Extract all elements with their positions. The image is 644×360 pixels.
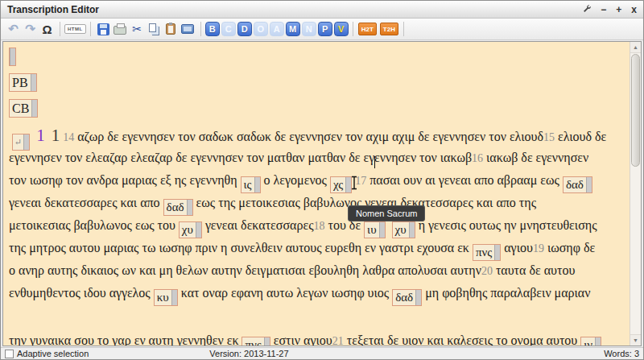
greek-text[interactable]: ο ανηρ αυτης δικαιος ων και μη θελων αυτ… bbox=[9, 263, 481, 277]
pre-line: CΒ bbox=[9, 98, 630, 118]
format-button-p[interactable]: P bbox=[318, 22, 332, 36]
greek-text[interactable]: ενθυμηθεντος ιδου αγγελος bbox=[9, 286, 151, 300]
nomen-sacrum-box[interactable]: πνς bbox=[473, 244, 501, 261]
scrollbar-thumb[interactable] bbox=[631, 54, 640, 167]
vertical-scrollbar[interactable]: ▲ ▼ bbox=[630, 42, 641, 346]
cut-button[interactable]: ✂ bbox=[129, 21, 146, 38]
ibeam-cursor-icon bbox=[349, 176, 359, 193]
verse-number: 15 bbox=[543, 131, 555, 143]
save-button[interactable] bbox=[95, 21, 112, 38]
format-button-a: A bbox=[270, 22, 284, 36]
nomen-sacrum-word: δαδ bbox=[393, 290, 415, 305]
marker-box[interactable]: CΒ bbox=[9, 99, 38, 118]
adaptive-selection-checkbox[interactable] bbox=[5, 350, 14, 358]
transcription-text-area[interactable]: ΡΒCΒ ↵1114αζωρ δε εγεννησεν τον σαδωκ σα… bbox=[3, 42, 630, 346]
greek-text[interactable]: ιακωβ δε εγεννησεν bbox=[486, 151, 588, 164]
greek-text[interactable]: τεξεται δε υιον και καλεσεις το ονομα αυ… bbox=[347, 333, 578, 346]
toolbar-separator bbox=[90, 22, 91, 36]
transcript-line: εγεννησεν τον ελεαζαρ ελεαζαρ δε εγεννησ… bbox=[9, 147, 630, 169]
format-button-d[interactable]: D bbox=[237, 22, 252, 36]
greek-text[interactable]: η γενεσις ουτως ην μνηστευθεισης bbox=[419, 218, 597, 232]
toolbar-separator bbox=[403, 22, 404, 36]
greek-text[interactable]: ιωσηφ δε bbox=[547, 241, 595, 254]
greek-text[interactable]: κατ οναρ εφανη αυτω λεγων ιωσηφ υιος bbox=[181, 286, 389, 300]
undo-icon: ↶ bbox=[8, 22, 19, 36]
greek-text[interactable]: γενεαι δεκατεσσαρες και απο bbox=[9, 196, 160, 209]
version-label: Version: 2013-11-27 bbox=[209, 349, 288, 358]
preview-button[interactable] bbox=[180, 21, 196, 38]
format-button-m[interactable]: M bbox=[286, 22, 300, 36]
nomen-sacrum-box[interactable]: ις bbox=[241, 176, 261, 193]
save-icon bbox=[97, 23, 109, 35]
omega-icon: Ω bbox=[42, 23, 52, 36]
marker-box[interactable]: ΡΒ bbox=[9, 73, 37, 92]
converter-button-h2t[interactable]: H2T bbox=[358, 23, 377, 35]
empty-marker-box[interactable] bbox=[9, 48, 16, 66]
copy-button[interactable] bbox=[146, 21, 163, 38]
transcript-line: ο ανηρ αυτης δικαιος ων και μη θελων αυτ… bbox=[9, 259, 630, 282]
nomen-sacrum-word: ιυ bbox=[365, 222, 378, 238]
pre-line bbox=[9, 47, 630, 66]
greek-text[interactable]: αγιου bbox=[504, 241, 533, 254]
greek-text[interactable]: της μητρος αυτου μαριας τω ιωσηφ πριν η … bbox=[9, 241, 469, 254]
box-handle bbox=[187, 200, 192, 215]
redo-button[interactable]: ↷ bbox=[22, 21, 39, 38]
greek-text[interactable]: μετοικεσιας βαβυλωνος εως του bbox=[9, 218, 175, 232]
greek-text[interactable]: εγεννησεν τον ελεαζαρ ελεαζαρ δε εγεννησ… bbox=[9, 151, 472, 164]
converter-button-t2h[interactable]: T2H bbox=[380, 23, 398, 35]
nomen-sacrum-box[interactable]: δαδ bbox=[563, 176, 592, 193]
greek-text[interactable]: ταυτα δε αυτου bbox=[496, 263, 575, 277]
format-button-b[interactable]: B bbox=[205, 22, 220, 36]
nomen-sacrum-box[interactable]: ιυ bbox=[364, 221, 385, 238]
transcript-line: της μητρος αυτου μαριας τω ιωσηφ πριν η … bbox=[9, 237, 630, 259]
nomen-sacrum-word: χυ bbox=[180, 222, 196, 238]
nomen-sacrum-box[interactable]: πνς bbox=[242, 337, 270, 346]
chapter-number: 1 bbox=[36, 126, 45, 145]
format-button-v[interactable]: V bbox=[334, 22, 349, 36]
greek-text[interactable]: ελιουδ δε bbox=[558, 130, 606, 143]
greek-text[interactable]: γενεαι δεκατεσσαρες bbox=[205, 218, 314, 232]
transcript-line: την γυναικα σου το γαρ εν αυτη γεννηθεν … bbox=[9, 329, 630, 346]
greek-text[interactable]: εστιν αγιου bbox=[274, 333, 332, 346]
nomen-sacrum-word: κυ bbox=[155, 290, 171, 305]
greek-text[interactable]: την γυναικα σου το γαρ εν αυτη γεννηθεν … bbox=[9, 333, 238, 346]
clipboard-icon bbox=[166, 23, 175, 35]
title-bar: Transcription Editor − + x bbox=[1, 1, 643, 19]
nomen-sacrum-word: χς bbox=[331, 177, 345, 192]
close-button[interactable]: x bbox=[631, 5, 637, 14]
undo-button[interactable]: ↶ bbox=[5, 21, 22, 38]
nomen-sacrum-box[interactable]: δαδ bbox=[392, 289, 422, 306]
verse-number: 21 bbox=[332, 335, 344, 346]
nomen-sacrum-box[interactable]: χυ bbox=[179, 221, 202, 238]
editor-frame: ΡΒCΒ ↵1114αζωρ δε εγεννησεν τον σαδωκ σα… bbox=[2, 41, 642, 346]
verse-number: 19 bbox=[533, 242, 544, 254]
paste-button[interactable] bbox=[163, 21, 180, 38]
transcript-line: τον ιωσηφ τον ανδρα μαριας εξ ης εγεννηθ… bbox=[9, 169, 630, 192]
greek-text[interactable]: τον ιωσηφ τον ανδρα μαριας εξ ης εγεννηθ… bbox=[9, 173, 237, 187]
transcript-line: μετοικεσιας βαβυλωνος εως τουχυγενεαι δε… bbox=[9, 214, 630, 237]
toolbar-separator bbox=[200, 22, 201, 36]
scroll-up-button[interactable]: ▲ bbox=[630, 42, 641, 53]
nomen-sacrum-box[interactable]: κυ bbox=[154, 289, 178, 306]
greek-text[interactable]: πασαι ουν αι γενεαι απο αβρααμ εως bbox=[369, 173, 559, 187]
greek-text[interactable]: αζωρ δε εγεννησεν τον σαδωκ σαδωκ δε εγε… bbox=[77, 130, 543, 143]
toolbar-separator bbox=[353, 22, 353, 36]
scissors-icon: ✂ bbox=[132, 23, 142, 35]
greek-text[interactable]: μη φοβηθης παραλαβειν μαριαν bbox=[425, 286, 590, 300]
greek-text[interactable]: ο λεγομενος bbox=[264, 173, 327, 187]
toolbar: ↶ ↷ Ω HTML ✂ BCDOAMNPV H2TT2H bbox=[1, 19, 643, 40]
minimize-button[interactable]: − bbox=[601, 5, 606, 14]
printer-icon bbox=[114, 26, 126, 35]
nomen-sacrum-box[interactable]: χυ bbox=[392, 221, 415, 238]
box-handle bbox=[415, 290, 421, 305]
scroll-down-button[interactable]: ▼ bbox=[630, 334, 641, 346]
box-handle bbox=[31, 100, 37, 117]
box-handle bbox=[586, 177, 592, 192]
wrench-icon[interactable] bbox=[582, 4, 591, 14]
html-view-button[interactable]: HTML bbox=[64, 24, 86, 34]
maximize-button[interactable]: + bbox=[616, 5, 621, 14]
print-button[interactable] bbox=[112, 21, 129, 38]
nomen-sacrum-box[interactable]: ιν bbox=[580, 337, 601, 346]
nomen-sacrum-box[interactable]: δαδ bbox=[163, 199, 193, 216]
special-characters-button[interactable]: Ω bbox=[39, 21, 56, 38]
